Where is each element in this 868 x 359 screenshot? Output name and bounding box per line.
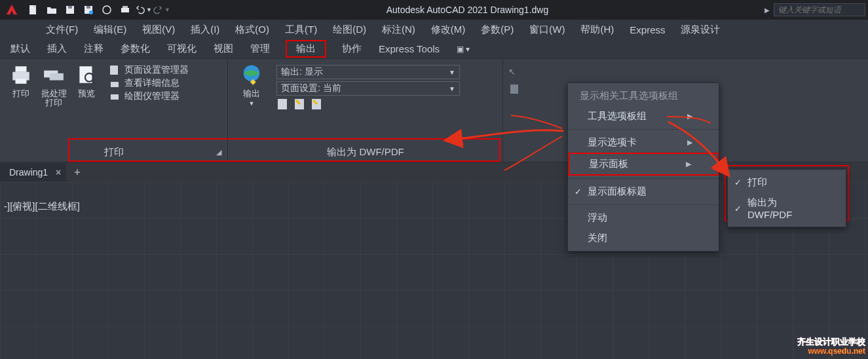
menu-file[interactable]: 文件(F) <box>46 24 78 36</box>
undo-icon[interactable]: ▼ <box>135 3 152 17</box>
menu-tools[interactable]: 工具(T) <box>285 24 317 36</box>
batch-plot-button[interactable]: 批处理 打印 <box>38 63 69 108</box>
plot-icon[interactable] <box>117 3 134 17</box>
tab-output[interactable]: 输出 <box>286 40 326 58</box>
menu-yqcad[interactable]: 源泉设计 <box>681 24 720 36</box>
tab-more-icon[interactable]: ▣ ▾ <box>455 42 471 56</box>
new-icon[interactable] <box>25 3 42 17</box>
menu-modify[interactable]: 修改(M) <box>431 24 466 36</box>
preview-button[interactable]: 预览 <box>71 63 102 108</box>
quick-access-toolbar: ▼ ▼ <box>25 3 170 17</box>
viewport-label[interactable]: -][俯视][二维线框] <box>4 200 80 213</box>
panel-export-title[interactable]: 输出为 DWF/PDF <box>228 142 503 162</box>
menu-window[interactable]: 窗口(W) <box>529 24 565 36</box>
details-icon <box>109 77 121 89</box>
svg-rect-13 <box>50 73 64 81</box>
menu-help[interactable]: 帮助(H) <box>580 24 614 36</box>
menu-draw[interactable]: 绘图(D) <box>333 24 366 36</box>
view-details[interactable]: 查看详细信息 <box>109 77 189 89</box>
svg-rect-21 <box>278 99 287 109</box>
window-title: Autodesk AutoCAD 2021 Drawing1.dwg <box>170 5 764 15</box>
open-icon[interactable] <box>43 3 60 17</box>
plot-button[interactable]: 打印 <box>5 63 37 108</box>
svg-rect-19 <box>111 94 119 100</box>
batch-printer-icon <box>42 63 66 86</box>
export-label: 输出 <box>243 89 260 98</box>
redo-icon[interactable]: ▼ <box>153 3 170 17</box>
search-input[interactable] <box>774 3 865 16</box>
svg-rect-10 <box>16 66 27 72</box>
classic-menu-bar: 文件(F) 编辑(E) 视图(V) 插入(I) 格式(O) 工具(T) 绘图(D… <box>0 20 868 39</box>
ctx-sub-print[interactable]: ✓打印 <box>728 172 846 193</box>
search-expand-icon[interactable]: ▶ <box>764 7 770 14</box>
export-opt2-icon[interactable] <box>293 98 305 110</box>
expand-icon[interactable]: ◢ <box>216 148 221 157</box>
watermark: 齐生设计职业学校 www.qsedu.net <box>797 337 865 356</box>
tab-default[interactable]: 默认 <box>9 40 31 58</box>
tab-insert[interactable]: 插入 <box>46 40 68 58</box>
chevron-down-icon: ▼ <box>449 85 455 92</box>
svg-rect-4 <box>86 6 90 9</box>
ctx-float[interactable]: 浮动 <box>568 208 719 228</box>
export-opt1-icon[interactable] <box>276 98 288 110</box>
svg-rect-2 <box>68 6 72 9</box>
tab-parametric[interactable]: 参数化 <box>119 40 151 58</box>
cursor-icon[interactable]: ↖ <box>508 67 523 77</box>
ctx-show-tabs[interactable]: 显示选项卡▶ <box>568 132 719 153</box>
globe-export-icon <box>240 63 263 86</box>
svg-rect-18 <box>111 82 119 87</box>
preview-label: 预览 <box>78 89 95 98</box>
menu-param[interactable]: 参数(P) <box>481 24 514 36</box>
clipboard-icon[interactable] <box>508 83 523 97</box>
tab-express-tools[interactable]: Express Tools <box>377 41 441 57</box>
chevron-right-icon: ▶ <box>686 160 691 168</box>
app-logo-icon <box>3 3 21 17</box>
watermark-line2: www.qsedu.net <box>797 347 865 356</box>
tab-visualize[interactable]: 可视化 <box>166 40 198 58</box>
menu-format[interactable]: 格式(O) <box>235 24 269 36</box>
tab-annotate[interactable]: 注释 <box>83 40 105 58</box>
menu-view[interactable]: 视图(V) <box>142 24 175 36</box>
save-icon[interactable] <box>62 3 79 17</box>
export-button[interactable]: 输出 ▼ <box>233 63 270 110</box>
panel-print-title[interactable]: 打印 ◢ <box>0 142 228 162</box>
menu-express[interactable]: Express <box>630 24 665 35</box>
tab-manage[interactable]: 管理 <box>249 40 271 58</box>
chevron-right-icon: ▶ <box>687 112 692 121</box>
separator <box>568 129 719 130</box>
add-tab-button[interactable]: + <box>66 162 88 182</box>
watermark-line1: 齐生设计职业学校 <box>797 337 865 347</box>
close-icon[interactable]: × <box>56 167 61 178</box>
plot-label: 打印 <box>12 89 29 98</box>
export-scope-dropdown[interactable]: 输出: 显示▼ <box>276 65 460 79</box>
ribbon: 打印 批处理 打印 预览 页面设置管理器 查看详细信息 绘图仪管理器 输出 ▼ <box>0 59 868 162</box>
web-icon[interactable] <box>98 3 115 17</box>
tab-collab[interactable]: 协作 <box>341 40 363 58</box>
menu-edit[interactable]: 编辑(E) <box>94 24 126 36</box>
ctx-show-panel-titles[interactable]: ✓显示面板标题 <box>568 181 719 202</box>
plotter-mgr[interactable]: 绘图仪管理器 <box>109 90 189 102</box>
printer-icon <box>9 63 33 86</box>
context-menu-main: 显示相关工具选项板组 工具选项板组▶ 显示选项卡▶ 显示面板▶ ✓显示面板标题 … <box>567 83 719 252</box>
export-opt3-icon[interactable] <box>311 98 322 110</box>
ctx-show-panels[interactable]: 显示面板▶ <box>568 153 719 176</box>
page-setup-mgr[interactable]: 页面设置管理器 <box>109 64 189 76</box>
plotter-icon <box>109 90 121 102</box>
ctx-sub-export-dwf-pdf[interactable]: ✓输出为 DWF/PDF <box>728 193 846 224</box>
title-bar: ▼ ▼ Autodesk AutoCAD 2021 Drawing1.dwg ▶ <box>0 0 868 20</box>
page-setup-dropdown[interactable]: 页面设置: 当前▼ <box>276 81 460 96</box>
svg-rect-17 <box>110 66 118 75</box>
menu-dimension[interactable]: 标注(N) <box>382 24 415 36</box>
menu-insert[interactable]: 插入(I) <box>191 24 219 36</box>
svg-rect-7 <box>121 8 129 12</box>
check-icon: ✓ <box>575 187 582 197</box>
saveas-icon[interactable] <box>80 3 97 17</box>
ctx-close[interactable]: 关闭 <box>568 228 719 248</box>
chevron-down-icon: ▼ <box>449 69 455 76</box>
ctx-tool-palette-group[interactable]: 工具选项板组▶ <box>568 106 719 126</box>
file-tab-drawing1[interactable]: Drawing1 × <box>0 163 66 181</box>
svg-rect-24 <box>510 85 518 94</box>
tab-view[interactable]: 视图 <box>212 40 235 58</box>
svg-rect-8 <box>123 6 128 8</box>
svg-point-6 <box>103 6 111 14</box>
